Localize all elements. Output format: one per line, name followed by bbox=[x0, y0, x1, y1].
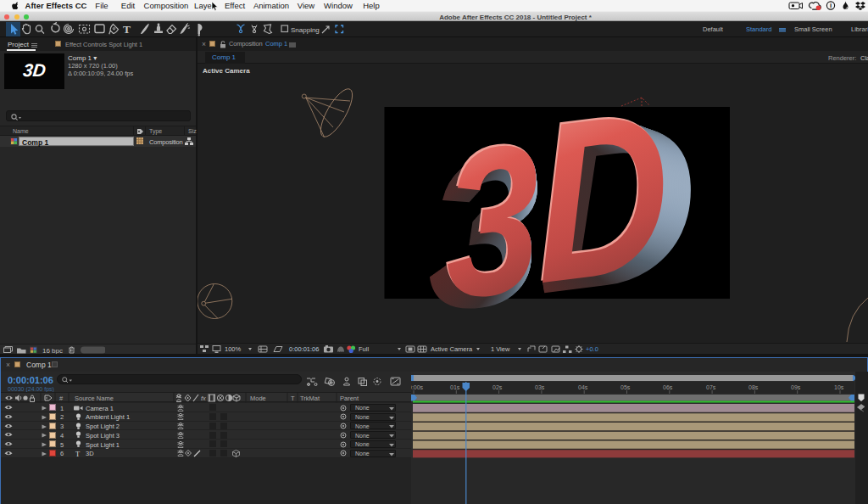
svg-text:03s: 03s bbox=[535, 384, 545, 390]
svg-text:04s: 04s bbox=[578, 384, 588, 390]
svg-text:05s: 05s bbox=[620, 384, 631, 390]
svg-text:Active Camera: Active Camera bbox=[431, 345, 473, 353]
svg-text:09s: 09s bbox=[791, 384, 801, 390]
svg-text:#: # bbox=[59, 395, 64, 402]
svg-text:Source Name: Source Name bbox=[75, 395, 114, 402]
svg-text:02s: 02s bbox=[492, 384, 503, 390]
svg-text:Snapping: Snapping bbox=[291, 26, 320, 34]
svg-text:100%: 100% bbox=[225, 345, 242, 353]
svg-text:T: T bbox=[123, 23, 131, 36]
svg-text:01s: 01s bbox=[450, 384, 460, 390]
svg-text:TrkMat: TrkMat bbox=[300, 395, 320, 402]
svg-text:Mode: Mode bbox=[250, 395, 266, 402]
svg-text:0:00:01:06: 0:00:01:06 bbox=[289, 345, 319, 353]
svg-text:07s: 07s bbox=[706, 384, 716, 390]
svg-text:i: i bbox=[830, 2, 832, 9]
svg-text:Full: Full bbox=[359, 345, 369, 353]
svg-text:1 View: 1 View bbox=[491, 345, 510, 353]
svg-text:T: T bbox=[291, 395, 295, 402]
svg-text:Parent: Parent bbox=[340, 395, 359, 402]
svg-text:06s: 06s bbox=[663, 384, 673, 390]
svg-text:16 bpc: 16 bpc bbox=[42, 347, 63, 355]
svg-text:08s: 08s bbox=[748, 384, 759, 390]
svg-text:+0.0: +0.0 bbox=[586, 345, 598, 353]
svg-text:0:00s: 0:00s bbox=[411, 384, 424, 390]
svg-text:10s: 10s bbox=[834, 384, 844, 390]
svg-text:fx: fx bbox=[201, 395, 206, 402]
